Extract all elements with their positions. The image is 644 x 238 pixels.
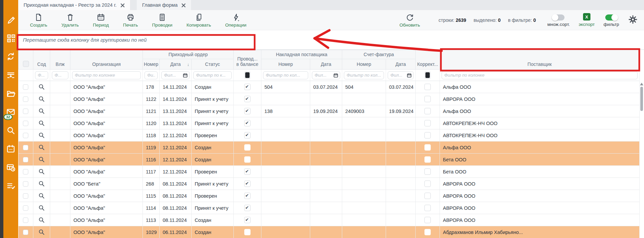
filter-org-input[interactable] xyxy=(72,71,141,79)
correction-checkbox[interactable] xyxy=(424,144,431,151)
magnifier-icon[interactable] xyxy=(38,108,45,114)
col-header-vlj[interactable]: Влж xyxy=(50,50,70,70)
table-row[interactable]: ООО "Альфа"111612.11.2024СозданБета ООО xyxy=(19,154,640,166)
table-row[interactable]: ООО "Бета"26808.11.2024Принят к учетуАВР… xyxy=(19,178,640,190)
table-row[interactable]: ООО "Альфа"112214.11.2024Принят к учетуА… xyxy=(19,93,640,105)
tab-close-icon[interactable] xyxy=(121,3,125,7)
export-button[interactable]: X экспорт xyxy=(579,13,595,27)
vertical-scrollbar[interactable] xyxy=(640,82,644,238)
filter-np-date-input[interactable] xyxy=(312,71,340,79)
scroll-up-icon[interactable] xyxy=(640,83,643,85)
filter-sod-input[interactable] xyxy=(35,71,48,79)
filter-korrekt-toggle[interactable] xyxy=(425,72,430,78)
row-checkbox[interactable] xyxy=(23,217,28,223)
correction-checkbox[interactable] xyxy=(424,181,431,187)
col-header-sf-number[interactable]: Номер xyxy=(342,59,386,70)
magnifier-icon[interactable] xyxy=(38,229,45,235)
correction-checkbox[interactable] xyxy=(424,229,431,235)
balance-checkbox[interactable] xyxy=(244,84,251,90)
toggle-track[interactable] xyxy=(552,14,565,21)
balance-checkbox[interactable] xyxy=(244,181,251,187)
refresh-button[interactable]: Обновить xyxy=(392,13,427,28)
period-button[interactable]: Период xyxy=(86,13,116,28)
col-header-org[interactable]: Организация xyxy=(70,50,143,70)
correction-checkbox[interactable] xyxy=(424,84,431,90)
table-row[interactable]: ООО "Альфа"17814.11.2024Создан50403.07.2… xyxy=(19,81,640,93)
filter-po-date-input[interactable] xyxy=(161,71,190,79)
balance-checkbox[interactable] xyxy=(244,229,251,235)
table-row[interactable]: ООО "Альфа"111508.11.2024ПроверенАВРОРА … xyxy=(19,190,640,202)
postings-button[interactable]: Проводки xyxy=(145,13,179,28)
multisort-toggle[interactable]: множ.сорт. xyxy=(547,14,570,27)
toggle-track[interactable] xyxy=(605,14,617,21)
row-checkbox[interactable] xyxy=(23,133,28,138)
pencil-icon[interactable] xyxy=(6,15,15,24)
filter-vlj-input[interactable] xyxy=(52,71,68,79)
search-icon[interactable] xyxy=(6,126,15,135)
balance-checkbox[interactable] xyxy=(244,168,251,175)
scrollbar-thumb[interactable] xyxy=(640,87,643,111)
balance-checkbox[interactable] xyxy=(244,217,251,223)
row-checkbox[interactable] xyxy=(23,109,28,114)
row-checkbox[interactable] xyxy=(23,84,28,90)
copy-button[interactable]: Копировать xyxy=(180,13,218,28)
col-header-balance[interactable]: Провод... в балансе xyxy=(234,50,261,70)
table-row[interactable]: ООО "Альфа"111712.11.2024ПроверенБета ОО… xyxy=(19,166,640,178)
table-row[interactable]: ООО "Альфа"111308.11.2024СозданАВРОРА ОО… xyxy=(19,214,640,226)
filter-balance-toggle[interactable] xyxy=(245,72,250,78)
col-header-po-status[interactable]: Статус xyxy=(192,59,234,70)
magnifier-icon[interactable] xyxy=(38,84,45,90)
filter-po-number-input[interactable] xyxy=(144,71,158,79)
balance-checkbox[interactable] xyxy=(244,96,251,102)
correction-checkbox[interactable] xyxy=(424,168,431,175)
filter-sf-number-input[interactable] xyxy=(344,71,384,79)
sync-icon[interactable] xyxy=(6,52,15,61)
row-checkbox[interactable] xyxy=(23,230,28,235)
folder-open-icon[interactable] xyxy=(6,89,15,98)
tab-prihodnaya-nakladnaya[interactable]: Приходная накладная - Реестр за 2024 г. xyxy=(18,0,130,10)
row-checkbox[interactable] xyxy=(23,205,28,211)
magnifier-icon[interactable] xyxy=(38,217,45,223)
row-checkbox[interactable] xyxy=(23,193,28,199)
table-row[interactable]: ООО "Альфа"111408.11.2024Принят к учетуА… xyxy=(19,202,640,214)
calendar-icon[interactable] xyxy=(6,144,15,154)
magnifier-icon[interactable] xyxy=(38,96,45,102)
correction-checkbox[interactable] xyxy=(424,193,431,199)
row-checkbox[interactable] xyxy=(23,181,28,187)
mail-icon[interactable]: 32 xyxy=(6,107,15,117)
magnifier-icon[interactable] xyxy=(38,193,45,199)
filter-po-status-input[interactable] xyxy=(193,71,232,79)
group-by-zone[interactable]: Перетащите сюда колонку для группировки … xyxy=(18,30,644,50)
row-checkbox[interactable] xyxy=(23,96,28,102)
correction-checkbox[interactable] xyxy=(424,217,431,223)
magnifier-icon[interactable] xyxy=(38,156,45,163)
table-row[interactable]: ООО "Альфа"111912.11.2024СозданАльфа ООО xyxy=(19,142,640,154)
row-checkbox[interactable] xyxy=(23,145,28,150)
col-header-sod[interactable]: Сод xyxy=(33,50,50,70)
print-queue-icon[interactable] xyxy=(6,70,15,80)
balance-checkbox[interactable] xyxy=(244,193,251,199)
filter-np-number-input[interactable] xyxy=(263,71,308,79)
correction-checkbox[interactable] xyxy=(424,108,431,114)
sort-desc-icon[interactable]: ↓ xyxy=(187,62,190,67)
report-clock-icon[interactable] xyxy=(6,163,15,172)
col-header-sf-date[interactable]: Дата xyxy=(386,59,416,70)
print-button[interactable]: Печать xyxy=(116,13,145,28)
table-row[interactable]: ООО "Альфа"112013.11.2024Принят к учетуА… xyxy=(19,117,640,129)
col-header-np-date[interactable]: Дата xyxy=(310,59,342,70)
table-row[interactable]: ООО "Альфа"111812.11.2024ПроверенАВТОКРЕ… xyxy=(19,129,640,142)
balance-checkbox[interactable] xyxy=(244,144,251,151)
correction-checkbox[interactable] xyxy=(424,96,431,102)
filter-supplier-input[interactable] xyxy=(442,71,638,79)
balance-checkbox[interactable] xyxy=(244,132,251,138)
correction-checkbox[interactable] xyxy=(424,156,431,163)
select-all-checkbox[interactable] xyxy=(23,61,29,67)
col-header-po-date[interactable]: Дата↓ xyxy=(160,59,192,70)
table-row[interactable]: ООО "Альфа"112113.11.2024Принят к учету1… xyxy=(19,105,640,117)
magnifier-icon[interactable] xyxy=(38,132,45,138)
magnifier-icon[interactable] xyxy=(38,181,45,187)
correction-checkbox[interactable] xyxy=(424,132,431,138)
tab-close-icon[interactable] xyxy=(182,3,186,7)
row-checkbox[interactable] xyxy=(23,169,28,174)
row-checkbox[interactable] xyxy=(23,157,28,162)
